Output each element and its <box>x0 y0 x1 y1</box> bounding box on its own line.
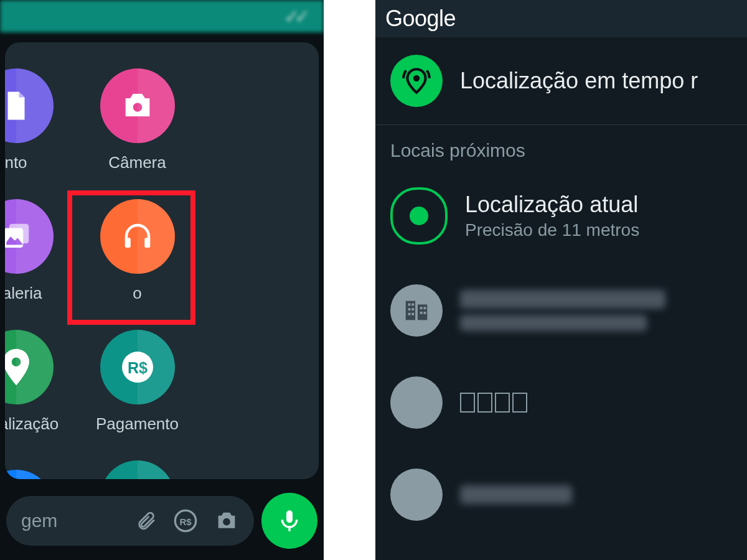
current-location-accuracy: Precisão de 11 metros <box>465 220 639 240</box>
svg-rect-27 <box>424 307 426 309</box>
input-placeholder: gem <box>21 510 57 531</box>
current-location-title: Localização atual <box>465 192 639 218</box>
svg-rect-4 <box>125 238 130 248</box>
attach-label: Pagamento <box>96 414 179 434</box>
payment-input-icon[interactable]: R$ <box>173 508 198 533</box>
attachment-sheet: nto Câmera Galeria <box>5 42 319 479</box>
svg-rect-29 <box>424 312 426 314</box>
attach-label: Localização <box>5 414 59 434</box>
place-icon <box>390 376 443 429</box>
svg-rect-26 <box>420 307 423 309</box>
message-input-bar: gem R$ <box>6 493 317 549</box>
svg-point-15 <box>223 518 230 526</box>
building-icon <box>390 284 443 337</box>
svg-rect-24 <box>408 313 411 315</box>
live-location-icon <box>390 55 443 107</box>
voice-record-button[interactable] <box>261 493 317 549</box>
svg-rect-22 <box>408 308 411 310</box>
attach-document[interactable]: nto <box>5 55 77 185</box>
attach-label: Câmera <box>108 153 166 172</box>
attachment-sheet-screenshot: ✓✓ nto Câmera <box>0 0 324 560</box>
share-live-location[interactable]: Localização em tempo r <box>375 37 747 125</box>
location-picker-screenshot: Google Localização em tempo r Locais pró… <box>375 0 747 560</box>
place-name-tofu <box>460 393 527 413</box>
nearby-place[interactable] <box>375 449 747 541</box>
place-icon <box>390 469 443 521</box>
svg-rect-20 <box>408 304 411 306</box>
svg-point-17 <box>413 75 420 82</box>
svg-rect-21 <box>411 304 414 306</box>
attach-label: Galeria <box>5 284 42 303</box>
nearby-header: Locais próximos <box>375 125 747 167</box>
svg-rect-23 <box>411 308 414 310</box>
attach-payment[interactable]: R$ Pagamento <box>77 316 198 447</box>
google-logo: Google <box>385 6 456 32</box>
send-current-location[interactable]: Localização atual Precisão de 11 metros <box>375 167 747 264</box>
place-text-blurred <box>460 290 665 331</box>
read-ticks-icon: ✓✓ <box>284 6 305 27</box>
microphone-icon <box>277 507 302 534</box>
nearby-place[interactable] <box>375 357 747 449</box>
chat-header: ✓✓ <box>0 0 324 32</box>
place-text-blurred <box>460 485 572 504</box>
attach-label: o <box>133 284 141 303</box>
camera-input-icon[interactable] <box>214 508 239 533</box>
svg-text:R$: R$ <box>179 516 192 527</box>
live-location-label: Localização em tempo r <box>460 68 698 94</box>
attach-icon[interactable] <box>136 509 157 533</box>
attach-gallery[interactable]: Galeria <box>5 185 77 316</box>
attach-contact[interactable] <box>5 447 77 479</box>
attach-location[interactable]: Localização <box>5 316 77 447</box>
svg-rect-28 <box>420 312 423 314</box>
svg-rect-25 <box>411 313 414 315</box>
attach-poll[interactable]: Enquete <box>77 447 198 479</box>
current-location-icon <box>390 187 448 245</box>
attach-audio[interactable]: o <box>77 185 198 316</box>
map-header: Google <box>375 0 747 37</box>
attach-label: nto <box>5 153 27 172</box>
attach-camera[interactable]: Câmera <box>77 55 198 185</box>
message-input[interactable]: gem R$ <box>6 496 254 546</box>
svg-rect-16 <box>286 510 293 523</box>
nearby-place[interactable] <box>375 264 747 357</box>
